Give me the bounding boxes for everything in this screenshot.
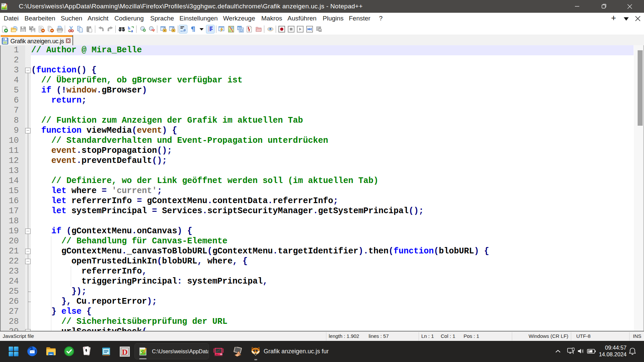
svg-text:h: h (128, 26, 130, 31)
svg-text:D: D (122, 348, 127, 356)
svg-text:a: a (131, 28, 133, 33)
